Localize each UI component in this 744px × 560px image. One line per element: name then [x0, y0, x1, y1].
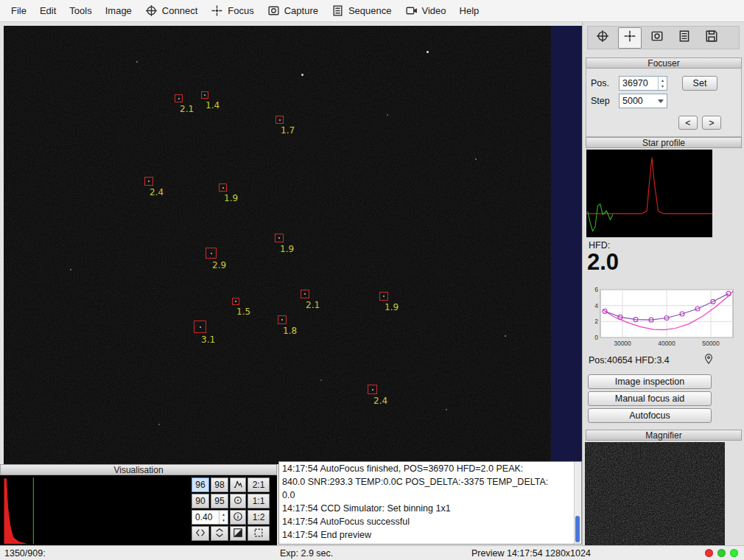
menu-focus[interactable]: Focus: [204, 1, 260, 21]
focuser-title: Focuser: [586, 57, 742, 69]
gamma-spinbox-label: 0.40: [195, 512, 212, 522]
stretch-high-96-button-label: 96: [195, 480, 205, 490]
field-star: [505, 335, 506, 337]
svg-text:4: 4: [594, 302, 598, 309]
field-star: [387, 114, 388, 116]
menu-help[interactable]: Help: [453, 1, 486, 20]
menu-label: Connect: [162, 5, 197, 16]
video-icon: [405, 4, 418, 17]
menu-label: Capture: [284, 5, 318, 16]
zoom-fit-button[interactable]: [248, 526, 270, 541]
sequence-tool-button[interactable]: [673, 27, 696, 49]
field-star: [320, 379, 322, 381]
hist-icon: [233, 479, 243, 491]
field-star: [446, 409, 447, 410]
star: [211, 253, 212, 254]
spinner-arrows: ▲▼: [658, 77, 667, 90]
menu-connect[interactable]: Connect: [138, 1, 204, 21]
autofocus-button[interactable]: Autofocus: [588, 408, 712, 423]
stretch-low-90-button-label: 90: [195, 496, 205, 506]
spin-up-icon[interactable]: ▲: [659, 77, 667, 83]
step-value: 5000: [620, 96, 655, 106]
spin-up-icon[interactable]: ▲: [220, 511, 228, 517]
menu-image[interactable]: Image: [99, 1, 138, 20]
log-line: 0.0: [279, 489, 581, 502]
magnifier-title: Magnifier: [586, 430, 742, 441]
image-right-margin: [551, 26, 582, 464]
star-hfd-label: 2.1: [306, 300, 320, 310]
spin-down-icon[interactable]: ▼: [220, 517, 228, 523]
set-button[interactable]: Set: [682, 76, 717, 91]
svg-text:2: 2: [594, 318, 598, 325]
zoom-2-1-button[interactable]: 2:1: [248, 477, 270, 492]
magnifier-view: [585, 442, 725, 545]
menu-tools[interactable]: Tools: [63, 1, 98, 20]
star-hfd-label: 2.9: [212, 260, 226, 270]
manual-focus-aid-button[interactable]: Manual focus aid: [588, 391, 712, 406]
stretch-high-98-button-label: 98: [214, 480, 224, 490]
focus-out-button[interactable]: >: [702, 116, 721, 130]
stretch-low-90-button[interactable]: 90: [192, 494, 209, 508]
focuser-position-spinbox[interactable]: 36970 ▲▼: [619, 76, 667, 91]
focus-in-button[interactable]: <: [678, 116, 698, 130]
menu-capture[interactable]: Capture: [261, 1, 325, 21]
invert-button[interactable]: [230, 526, 246, 541]
right-panel: Focuser Pos. 36970 ▲▼ Set Step 5000 < >: [582, 22, 744, 545]
log-scrollbar[interactable]: [574, 462, 581, 544]
star-profile-title: Star profile: [586, 137, 742, 148]
visualisation-panel: Visualisation 96982:190951:10.40▲▼1:2: [0, 464, 277, 545]
menu-label: Sequence: [348, 5, 392, 16]
focus-icon: [623, 29, 636, 46]
hfd-value: 2.0: [587, 249, 619, 276]
menu-video[interactable]: Video: [399, 1, 453, 21]
capture-icon: [267, 4, 280, 17]
step-combobox[interactable]: 5000: [619, 94, 667, 108]
focuser-panel: Focuser Pos. 36970 ▲▼ Set Step 5000 < >: [586, 57, 742, 137]
info-button[interactable]: [230, 510, 246, 525]
connect-tool-button[interactable]: [591, 27, 614, 49]
star: [178, 98, 180, 99]
log-scrollbar-thumb[interactable]: [575, 516, 580, 542]
capture-tool-button[interactable]: [645, 27, 669, 49]
zoom-1-2-button[interactable]: 1:2: [248, 510, 270, 525]
star-hfd-label: 1.5: [236, 307, 250, 317]
status-bar: 1350/909: Exp: 2.9 sec. Preview 14:17:54…: [0, 545, 744, 560]
star-hfd-label: 1.9: [224, 193, 238, 203]
auto-stretch-button[interactable]: [230, 494, 246, 508]
menu-sequence[interactable]: Sequence: [325, 1, 399, 21]
focus-tool-button[interactable]: [618, 27, 642, 49]
menu-edit[interactable]: Edit: [33, 1, 63, 20]
preview-status-text: Preview 14:17:54 1280x1024: [471, 548, 591, 559]
visualisation-controls: 96982:190951:10.40▲▼1:2: [192, 477, 276, 544]
stretch-high-98-button[interactable]: 98: [211, 477, 228, 492]
gamma-spinbox[interactable]: 0.40▲▼: [192, 510, 228, 525]
star-hfd-label: 2.4: [150, 187, 164, 197]
flip-horizontal-button[interactable]: [192, 526, 209, 541]
exposure-text: Exp: 2.9 sec.: [280, 548, 333, 559]
menu-bar: FileEditToolsImageConnectFocusCaptureSeq…: [0, 0, 744, 22]
star: [204, 94, 206, 96]
main-image[interactable]: 2.11.41.72.41.91.92.91.52.11.93.11.82.4: [4, 26, 551, 464]
star-hfd-label: 1.8: [283, 326, 297, 336]
dropdown-arrow-icon: [658, 99, 664, 103]
histogram-button[interactable]: [230, 477, 246, 492]
svg-text:6: 6: [594, 287, 598, 293]
vcurve-status-text: Pos:40654 HFD:3.4: [589, 355, 670, 365]
zoom-1-1-button-label: 1:1: [253, 496, 265, 506]
stretch-low-95-button[interactable]: 95: [211, 494, 228, 508]
menu-file[interactable]: File: [4, 1, 33, 20]
field-star: [158, 424, 160, 425]
star-hfd-label: 3.1: [201, 335, 215, 345]
save-tool-button[interactable]: [700, 27, 723, 49]
zoom-2-1-button-label: 2:1: [253, 480, 265, 490]
star-hfd-label: 1.7: [281, 125, 295, 136]
image-inspection-button[interactable]: Image inspection: [588, 374, 712, 389]
stretch-high-96-button[interactable]: 96: [192, 477, 209, 492]
spin-down-icon[interactable]: ▼: [659, 83, 667, 89]
zoom-1-2-button-label: 1:2: [253, 512, 265, 522]
split-h-icon: [195, 528, 206, 540]
step-label: Step: [591, 96, 610, 106]
flip-vertical-button[interactable]: [211, 526, 228, 541]
star-hfd-label: 1.9: [280, 244, 294, 254]
zoom-1-1-button[interactable]: 1:1: [248, 494, 270, 508]
